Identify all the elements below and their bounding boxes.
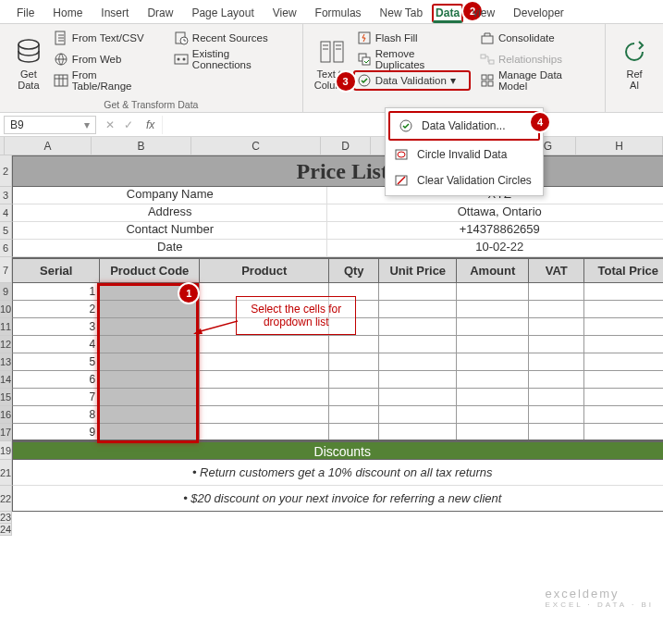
cell[interactable] — [200, 353, 329, 370]
cell[interactable] — [584, 283, 663, 300]
cell[interactable] — [457, 353, 529, 370]
cell[interactable] — [529, 353, 584, 370]
column-header-C[interactable]: C — [191, 137, 321, 155]
cell[interactable] — [100, 389, 200, 405]
cell[interactable] — [100, 371, 200, 388]
row-header-19[interactable]: 19 — [0, 441, 12, 460]
fx-label[interactable]: fx — [139, 118, 162, 131]
dropdown-data-validation[interactable]: Data Validation... 4 — [388, 111, 540, 141]
cell[interactable] — [457, 424, 529, 440]
row-header-23[interactable]: 23 — [0, 512, 12, 524]
cell[interactable] — [329, 424, 379, 440]
cell[interactable]: 9 — [13, 424, 100, 440]
cell[interactable] — [200, 406, 329, 423]
cell[interactable] — [100, 353, 200, 370]
flash-fill-button[interactable]: Flash Fill — [353, 28, 471, 48]
cell[interactable] — [379, 353, 457, 370]
cell[interactable] — [457, 301, 529, 317]
row-header-6[interactable]: 6 — [0, 240, 12, 257]
cell[interactable] — [379, 301, 457, 317]
row-header-16[interactable]: 16 — [0, 406, 12, 424]
data-validation-button[interactable]: Data Validation ▾ 3 — [353, 70, 471, 91]
row-header-2[interactable]: 2 — [0, 155, 12, 187]
cell[interactable] — [379, 318, 457, 335]
name-box[interactable]: B9 ▾ — [4, 116, 96, 134]
row-header-17[interactable]: 17 — [0, 424, 12, 441]
row-header-22[interactable]: 22 — [0, 486, 12, 512]
cell[interactable] — [457, 283, 529, 300]
cell[interactable] — [100, 424, 200, 440]
cell[interactable]: 2 — [13, 301, 100, 317]
cells-area[interactable]: Price List Company NameXYZAddressOttawa,… — [12, 155, 663, 536]
cell[interactable] — [584, 389, 663, 405]
row-header-3[interactable]: 3 — [0, 187, 12, 204]
cell[interactable]: 8 — [13, 406, 100, 423]
cell[interactable]: 5 — [13, 353, 100, 370]
row-header-5[interactable]: 5 — [0, 222, 12, 240]
column-header-A[interactable]: A — [5, 137, 92, 155]
tab-new-tab[interactable]: New Tab — [371, 3, 432, 23]
tab-home[interactable]: Home — [43, 3, 92, 23]
cell[interactable] — [200, 389, 329, 405]
row-header-21[interactable]: 21 — [0, 460, 12, 486]
cell[interactable] — [529, 283, 584, 300]
cell[interactable] — [379, 336, 457, 353]
cell[interactable]: 1 — [13, 283, 100, 300]
cell[interactable] — [329, 336, 379, 353]
cell[interactable] — [100, 318, 200, 335]
tab-developer[interactable]: Developer — [504, 3, 573, 23]
column-header-D[interactable]: D — [321, 137, 371, 155]
cell[interactable] — [100, 406, 200, 423]
consolidate-button[interactable]: Consolidate — [476, 28, 597, 48]
tab-review[interactable]: view — [463, 3, 504, 23]
cell[interactable]: 7 — [13, 389, 100, 405]
existing-connections-button[interactable]: Existing Connections — [170, 49, 295, 69]
cell[interactable] — [584, 336, 663, 353]
from-table-range-button[interactable]: From Table/Range — [50, 70, 163, 91]
cell[interactable] — [584, 301, 663, 317]
cell[interactable]: 3 — [13, 318, 100, 335]
cell[interactable] — [584, 371, 663, 388]
cell[interactable] — [584, 318, 663, 335]
tab-draw[interactable]: Draw — [138, 3, 182, 23]
tab-formulas[interactable]: Formulas — [306, 3, 371, 23]
cell[interactable] — [584, 406, 663, 423]
cancel-icon[interactable]: ✕ — [105, 118, 115, 131]
column-header-B[interactable]: B — [92, 137, 191, 155]
cell[interactable] — [329, 353, 379, 370]
from-web-button[interactable]: From Web — [50, 49, 163, 69]
cell[interactable]: 4 — [13, 336, 100, 353]
cell[interactable] — [529, 301, 584, 317]
cell[interactable] — [584, 353, 663, 370]
tab-page-layout[interactable]: Page Layout — [182, 3, 263, 23]
cell[interactable] — [379, 424, 457, 440]
cell[interactable] — [529, 424, 584, 440]
tab-insert[interactable]: Insert — [92, 3, 138, 23]
cell[interactable] — [379, 283, 457, 300]
cell[interactable] — [200, 371, 329, 388]
column-header-H[interactable]: H — [576, 137, 663, 155]
cell[interactable] — [457, 406, 529, 423]
row-header-15[interactable]: 15 — [0, 389, 12, 406]
cell[interactable] — [457, 371, 529, 388]
cell[interactable] — [200, 424, 329, 440]
row-header-11[interactable]: 11 — [0, 318, 12, 336]
row-header-9[interactable]: 9 — [0, 283, 12, 301]
tab-file[interactable]: File — [7, 3, 43, 23]
cell[interactable] — [379, 371, 457, 388]
cell[interactable] — [200, 336, 329, 353]
cell[interactable] — [457, 336, 529, 353]
cell[interactable] — [457, 318, 529, 335]
cell[interactable] — [529, 336, 584, 353]
cell[interactable] — [529, 389, 584, 405]
enter-icon[interactable]: ✓ — [124, 118, 133, 131]
manage-data-model-button[interactable]: Manage Data Model — [476, 70, 597, 91]
row-header-12[interactable]: 12 — [0, 336, 12, 353]
tab-view[interactable]: View — [264, 3, 306, 23]
row-header-13[interactable]: 13 — [0, 353, 12, 371]
row-header-14[interactable]: 14 — [0, 371, 12, 389]
tab-data[interactable]: Data 2 — [432, 4, 463, 23]
cell[interactable] — [100, 283, 200, 300]
cell[interactable] — [529, 318, 584, 335]
cell[interactable] — [584, 424, 663, 440]
